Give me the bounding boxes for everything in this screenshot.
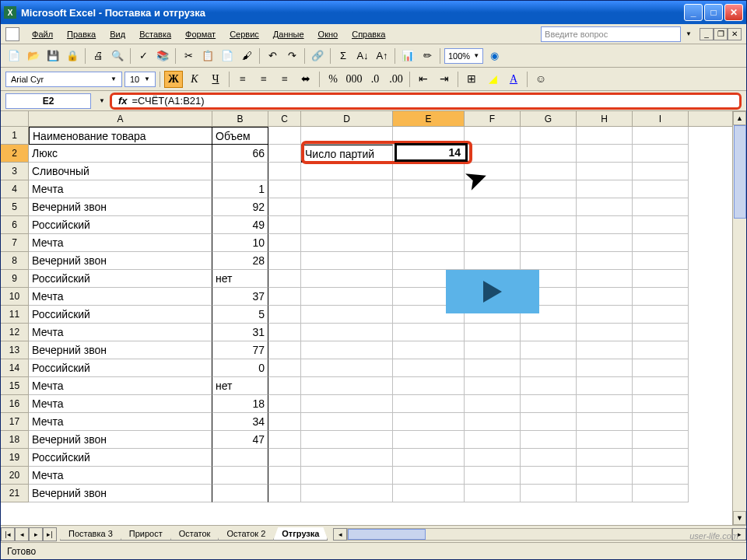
cell[interactable]: [393, 252, 465, 270]
row-header[interactable]: 11: [1, 306, 29, 324]
table-row[interactable]: 21Вечерний звон: [1, 485, 746, 502]
hscroll-thumb[interactable]: [348, 529, 426, 540]
chevron-down-icon[interactable]: ▼: [99, 97, 105, 104]
format-painter-icon[interactable]: 🖌: [238, 47, 255, 65]
cell[interactable]: [393, 413, 465, 431]
cell[interactable]: [633, 270, 689, 288]
open-icon[interactable]: 📂: [25, 47, 42, 65]
menu-file[interactable]: Файл: [26, 27, 59, 41]
cell[interactable]: [301, 485, 393, 502]
cell[interactable]: Российский: [29, 306, 212, 324]
cell[interactable]: Российский: [29, 359, 212, 377]
cell[interactable]: Число партий: [301, 145, 393, 163]
cell[interactable]: [301, 288, 393, 306]
row-header[interactable]: 5: [1, 198, 29, 216]
cell[interactable]: [393, 449, 465, 467]
tab-next-button[interactable]: ▸: [29, 527, 43, 541]
cell[interactable]: [301, 252, 393, 270]
cell[interactable]: [393, 127, 465, 145]
cell[interactable]: Мечта: [29, 180, 212, 198]
table-row[interactable]: 12Мечта31: [1, 324, 746, 341]
table-row[interactable]: 14Российский0: [1, 359, 746, 377]
mdi-close-button[interactable]: ✕: [728, 28, 742, 40]
cell[interactable]: [521, 163, 577, 180]
menu-help[interactable]: Справка: [345, 27, 391, 41]
cell[interactable]: Мечта: [29, 288, 212, 306]
cell[interactable]: Российский: [29, 449, 212, 467]
row-header[interactable]: 2: [1, 145, 29, 163]
cell[interactable]: 10: [212, 234, 268, 252]
bold-button[interactable]: Ж: [164, 71, 183, 88]
row-header[interactable]: 18: [1, 431, 29, 449]
ask-question-box[interactable]: Введите вопрос: [541, 26, 681, 42]
cell[interactable]: [465, 180, 521, 198]
cell[interactable]: [301, 180, 393, 198]
row-header[interactable]: 4: [1, 180, 29, 198]
cell[interactable]: [393, 395, 465, 413]
cell[interactable]: Мечта: [29, 324, 212, 341]
selected-cell-e2[interactable]: 14: [395, 143, 468, 162]
cell[interactable]: [393, 180, 465, 198]
cell[interactable]: Вечерний звон: [29, 198, 212, 216]
cell[interactable]: [577, 359, 633, 377]
row-header[interactable]: 20: [1, 467, 29, 485]
cell[interactable]: [301, 127, 393, 145]
cell[interactable]: [577, 449, 633, 467]
cell[interactable]: 37: [212, 288, 268, 306]
cell[interactable]: [393, 341, 465, 359]
cell[interactable]: 1: [212, 180, 268, 198]
cell[interactable]: нет: [212, 270, 268, 288]
row-header[interactable]: 17: [1, 413, 29, 431]
table-row[interactable]: 20Мечта: [1, 467, 746, 485]
cell[interactable]: [577, 431, 633, 449]
row-header[interactable]: 21: [1, 485, 29, 502]
cell[interactable]: [393, 377, 465, 395]
dec-indent-icon[interactable]: ⇤: [414, 71, 433, 88]
cell[interactable]: [268, 377, 301, 395]
table-row[interactable]: 10Мечта37: [1, 288, 746, 306]
cell[interactable]: Мечта: [29, 377, 212, 395]
cell[interactable]: [465, 431, 521, 449]
scroll-thumb[interactable]: [734, 125, 746, 219]
row-header[interactable]: 13: [1, 341, 29, 359]
cell[interactable]: [577, 377, 633, 395]
row-header[interactable]: 6: [1, 216, 29, 234]
cell[interactable]: [393, 485, 465, 502]
cell[interactable]: [268, 485, 301, 502]
cell[interactable]: [268, 127, 301, 145]
formula-input[interactable]: fx =СЧЁТ(A1:B21): [110, 93, 742, 110]
cell[interactable]: [465, 413, 521, 431]
cell[interactable]: [633, 413, 689, 431]
tab-first-button[interactable]: |◂: [1, 527, 15, 541]
cell[interactable]: [521, 341, 577, 359]
cell[interactable]: 34: [212, 413, 268, 431]
cell[interactable]: [633, 485, 689, 502]
emoji-icon[interactable]: ☺: [531, 71, 550, 88]
cell[interactable]: [268, 341, 301, 359]
mdi-minimize-button[interactable]: _: [700, 28, 714, 40]
cell[interactable]: [633, 216, 689, 234]
table-row[interactable]: 4Мечта1: [1, 180, 746, 198]
cell[interactable]: [633, 198, 689, 216]
menu-view[interactable]: Вид: [103, 27, 132, 41]
cell[interactable]: [268, 306, 301, 324]
cell[interactable]: [301, 270, 393, 288]
sort-asc-icon[interactable]: A↓: [354, 47, 371, 65]
cell[interactable]: 31: [212, 324, 268, 341]
spell-icon[interactable]: ✓: [135, 47, 152, 65]
fx-icon[interactable]: fx: [118, 95, 128, 107]
table-row[interactable]: 19Российский: [1, 449, 746, 467]
cell[interactable]: [301, 306, 393, 324]
col-header-b[interactable]: B: [212, 111, 268, 126]
cell[interactable]: [577, 306, 633, 324]
cell[interactable]: [577, 341, 633, 359]
maximize-button[interactable]: □: [704, 4, 723, 21]
cell[interactable]: Мечта: [29, 467, 212, 485]
align-left-icon[interactable]: ≡: [233, 71, 252, 88]
cell[interactable]: [633, 234, 689, 252]
cell[interactable]: [633, 145, 689, 163]
cell[interactable]: [465, 234, 521, 252]
scroll-down-icon[interactable]: ▼: [733, 511, 746, 525]
table-row[interactable]: 2Люкс66Число партий: [1, 145, 746, 163]
cell[interactable]: [633, 180, 689, 198]
